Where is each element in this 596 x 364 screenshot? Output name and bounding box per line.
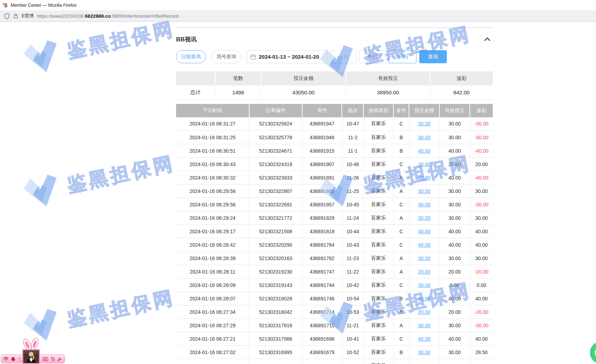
bet-amount-link[interactable]: 40.00 [409, 332, 439, 346]
bet-amount-link[interactable]: 40.00 [409, 225, 439, 238]
cell-valid-bet: 0.00 [439, 278, 470, 292]
bet-amount-link[interactable]: 30.00 [409, 346, 439, 359]
floating-service-button[interactable] [590, 341, 596, 364]
cell-valid-bet: 30.00 [439, 211, 470, 225]
cell-order-id: 521302325778 [249, 131, 302, 144]
cell-order-id: 521302325824 [249, 117, 302, 131]
cell-round-id [302, 359, 342, 364]
cell-order-id: 521302324319 [249, 158, 302, 171]
bet-amount-link[interactable]: 20.00 [409, 265, 439, 278]
address-bar[interactable]: E世博 https://www20230108.6822888.co:9900/… [0, 10, 596, 22]
cell-table-no: A [393, 319, 409, 332]
cell-table-no: B [393, 305, 409, 319]
cell-time: 2024-01-16 06:27:21 [176, 332, 249, 346]
table-row: 百家乐 [176, 359, 493, 364]
date-range-field[interactable]: 2024-01-13 ~ 2024-01-20 [246, 50, 328, 63]
cell-session: 10-47 [342, 117, 363, 131]
ime-language-button[interactable]: 中 [4, 356, 8, 362]
cell-round-id: 436891857 [302, 198, 342, 211]
cell-time: 2024-01-16 06:28:42 [176, 238, 249, 252]
table-row: 2024-01-16 06:31:25 521302325778 4368919… [176, 131, 493, 144]
ime-wrench-icon[interactable] [58, 357, 62, 362]
cell-order-id [249, 359, 302, 364]
cell-session [342, 359, 363, 364]
bet-amount-link[interactable]: 40.00 [409, 238, 439, 252]
cell-table-no: C [393, 117, 409, 131]
cell-valid-bet: 30.00 [439, 319, 470, 332]
cell-time: 2024-01-16 06:27:02 [176, 346, 249, 359]
bet-amount-link[interactable]: 40.00 [409, 171, 439, 184]
bet-amount-link[interactable]: 30.00 [409, 319, 439, 332]
bet-amount-link[interactable]: 40.00 [409, 144, 439, 158]
ime-punctuation-button[interactable]: °, [19, 357, 22, 361]
cell-valid-bet: 40.00 [439, 292, 470, 305]
bet-amount-link[interactable]: 30.00 [409, 278, 439, 292]
cell-table-no: A [393, 252, 409, 265]
cell-round-id: 436891679 [302, 346, 342, 359]
shield-icon[interactable] [4, 13, 10, 19]
cell-game-type: 百家乐 [363, 332, 393, 346]
cell-table-no: C [393, 225, 409, 238]
cell-session: 11-22 [342, 265, 363, 278]
cell-session: 10-44 [342, 225, 363, 238]
cell-table-no: B [393, 131, 409, 144]
bet-amount-link[interactable]: 30.00 [409, 198, 439, 211]
bet-amount-link[interactable] [409, 359, 439, 364]
date-query-button[interactable]: 日期查询 [176, 50, 206, 63]
cell-order-id: 521302322691 [249, 198, 302, 211]
round-query-button[interactable]: 局号查询 [211, 50, 241, 63]
cell-time: 2024-01-16 06:28:39 [176, 252, 249, 265]
bet-amount-link[interactable]: 20.00 [409, 158, 439, 171]
bet-amount-link[interactable]: 30.00 [409, 131, 439, 144]
bet-amount-link[interactable]: 30.00 [409, 184, 439, 198]
cell-time: 2024-01-16 06:30:32 [176, 171, 249, 184]
summary-count-value: 1498 [215, 86, 261, 100]
bet-amount-link[interactable]: 30.00 [409, 117, 439, 131]
watermark: 鉴黑担保网 [17, 277, 179, 350]
cell-payout: 20.00 [470, 158, 493, 171]
cell-session: 11-26 [342, 171, 363, 184]
cell-valid-bet: 20.00 [439, 305, 470, 319]
cell-payout: 30.00 [470, 252, 493, 265]
bet-amount-link[interactable]: 20.00 [409, 305, 439, 319]
ime-toolbox-icon[interactable] [51, 357, 55, 361]
cell-table-no: C [393, 158, 409, 171]
bet-amount-link[interactable]: 40.00 [409, 292, 439, 305]
cell-round-id: 436891818 [302, 225, 342, 238]
cell-payout: 0.00 [470, 278, 493, 292]
last-8-days-button[interactable]: 近8日 [388, 50, 416, 63]
cell-table-no: A [393, 171, 409, 184]
table-row: 2024-01-16 06:30:51 521302324671 4368919… [176, 144, 493, 158]
cell-payout: 40.00 [470, 238, 493, 252]
table-row: 2024-01-16 06:31:27 521302325824 4368919… [176, 117, 493, 131]
cell-payout: -20.00 [470, 305, 493, 319]
cell-session: 10-43 [342, 238, 363, 252]
cell-order-id: 521302317566 [249, 332, 302, 346]
cell-game-type: 百家乐 [363, 265, 393, 278]
site-favicon-icon [2, 2, 8, 8]
yesterday-button[interactable]: 昨日 [359, 50, 386, 63]
cell-valid-bet: 40.00 [439, 144, 470, 158]
cell-session: 11-1 [342, 144, 363, 158]
cell-valid-bet: 40.00 [439, 171, 470, 184]
bet-amount-link[interactable]: 30.00 [409, 252, 439, 265]
today-button[interactable]: 今日 [331, 50, 357, 63]
table-row: 2024-01-16 06:28:11 521302319230 4368917… [176, 265, 493, 278]
bet-record-panel: BB视讯 日期查询 局号查询 2024-01-13 ~ 2024-01-20 今… [176, 22, 493, 364]
ime-moon-icon[interactable] [11, 357, 16, 362]
lock-icon[interactable] [13, 13, 18, 19]
bet-amount-link[interactable]: 30.00 [409, 211, 439, 225]
search-button[interactable]: 查询 [419, 50, 447, 63]
url-domain: 6822888.co [85, 13, 111, 19]
cell-valid-bet: 30.00 [439, 184, 470, 198]
cell-game-type: 百家乐 [363, 144, 393, 158]
cell-game-type: 百家乐 [363, 252, 393, 265]
collapse-button[interactable] [484, 37, 493, 41]
url-text[interactable]: https://www20230108.6822888.co:9900/infe… [37, 13, 179, 19]
table-row: 2024-01-16 06:29:24 521302321772 4368918… [176, 211, 493, 225]
site-identity-label: E世博 [22, 13, 34, 19]
ime-keyboard-icon[interactable] [43, 357, 48, 361]
table-row: 2024-01-16 06:28:42 521302320290 4368917… [176, 238, 493, 252]
watermark: 鉴黑担保网 [17, 142, 179, 216]
cell-payout: 40.00 [470, 332, 493, 346]
